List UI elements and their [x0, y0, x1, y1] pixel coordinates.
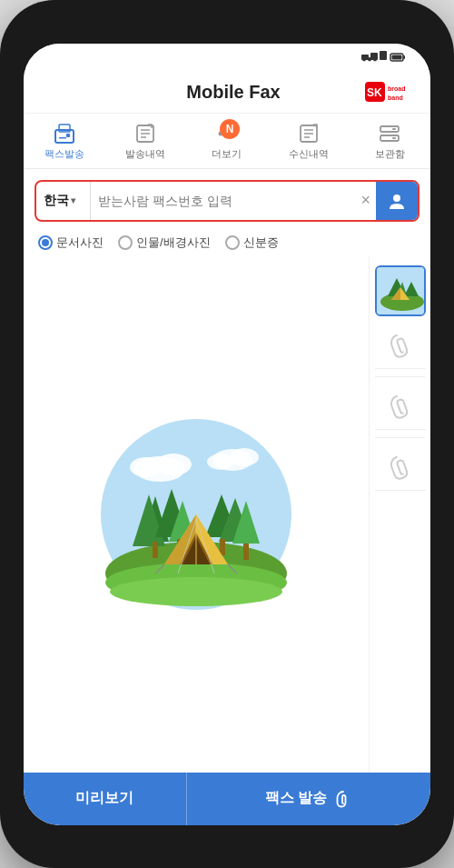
paperclip-icon-3	[386, 391, 413, 422]
content-area	[24, 256, 430, 773]
attachment-slot-4[interactable]	[375, 445, 426, 491]
tab-fax-send[interactable]: 팩스발송	[24, 119, 105, 168]
tab-storage[interactable]: 보관함	[349, 119, 430, 168]
radio-doc-photo-label: 문서사진	[56, 234, 104, 251]
radio-person-bg-circle	[118, 235, 133, 250]
tab-send-history[interactable]: 발송내역	[105, 119, 187, 168]
app-header: Mobile Fax SK broad band	[24, 71, 430, 114]
svg-rect-4	[403, 55, 405, 59]
paperclip-icon-4	[386, 452, 413, 483]
radio-id-card-label: 신분증	[243, 234, 279, 251]
svg-rect-5	[392, 55, 402, 59]
fax-send-icon	[52, 123, 77, 145]
sk-broadband-logo: SK broad band	[365, 76, 416, 109]
tab-storage-label: 보관함	[375, 147, 405, 161]
radio-person-bg-label: 인물/배경사진	[136, 234, 211, 251]
fax-number-input[interactable]	[91, 194, 355, 208]
country-code: 한국	[44, 193, 69, 209]
phone-screen: ●●● Mobile Fax SK broad band	[24, 44, 430, 825]
send-fax-button[interactable]: 팩스 발송	[187, 773, 430, 825]
bottom-bar: 미리보기 팩스 발송	[24, 773, 430, 825]
svg-point-36	[230, 448, 259, 466]
country-selector[interactable]: 한국 ▾	[36, 182, 91, 220]
send-paperclip-icon	[334, 790, 352, 808]
nav-tabs: 팩스발송 발송내역 N	[24, 114, 430, 169]
radio-id-card-circle	[225, 235, 240, 250]
radio-doc-photo[interactable]: 문서사진	[38, 234, 104, 251]
svg-text:broad: broad	[388, 85, 405, 92]
svg-point-37	[207, 454, 234, 470]
preview-button[interactable]: 미리보기	[24, 773, 187, 825]
tab-fax-send-label: 팩스발송	[44, 147, 84, 161]
paperclip-icon-2	[386, 330, 413, 361]
send-history-icon	[133, 123, 158, 145]
svg-point-60	[110, 577, 282, 606]
tab-more-label: 더보기	[212, 147, 242, 161]
camping-scene	[96, 414, 296, 614]
svg-rect-13	[66, 134, 70, 137]
scene-svg	[96, 414, 296, 614]
send-label: 팩스 발송	[265, 789, 327, 808]
doc-preview	[24, 256, 369, 773]
more-badge: N	[220, 119, 240, 139]
svg-text:SK: SK	[367, 86, 382, 99]
svg-point-30	[393, 195, 400, 202]
tab-receive-history[interactable]: 수신내역	[268, 119, 350, 168]
svg-point-34	[130, 457, 163, 477]
tab-send-history-label: 발송내역	[125, 147, 165, 161]
svg-text:●●●: ●●●	[361, 54, 378, 64]
fax-input-row: 한국 ▾ ×	[35, 180, 419, 222]
app-title: Mobile Fax	[102, 82, 365, 103]
clear-icon: ×	[360, 191, 370, 210]
radio-person-bg[interactable]: 인물/배경사진	[118, 234, 211, 251]
svg-rect-29	[392, 137, 396, 139]
svg-rect-28	[392, 128, 396, 130]
radio-options-row: 문서사진 인물/배경사진 신분증	[24, 229, 430, 256]
phone-shell: ●●● Mobile Fax SK broad band	[0, 0, 454, 868]
radio-doc-photo-circle	[38, 235, 53, 250]
clear-button[interactable]: ×	[355, 191, 376, 210]
attachment-thumbnail-1[interactable]	[375, 265, 426, 316]
chevron-down-icon: ▾	[71, 195, 75, 205]
attachment-slot-3[interactable]	[375, 384, 426, 430]
svg-rect-49	[243, 544, 249, 560]
storage-icon	[377, 123, 402, 145]
contact-button[interactable]	[376, 180, 418, 222]
contact-icon	[387, 191, 407, 211]
attachment-panel	[369, 256, 430, 773]
svg-rect-14	[59, 137, 66, 139]
radio-id-card[interactable]: 신분증	[225, 234, 279, 251]
logo-area: SK broad band	[365, 76, 416, 109]
receive-history-icon	[296, 123, 321, 145]
attachment-slot-2[interactable]	[375, 324, 426, 369]
preview-label: 미리보기	[75, 789, 133, 808]
svg-rect-2	[380, 51, 387, 60]
svg-rect-46	[153, 542, 158, 558]
svg-text:band: band	[388, 95, 403, 101]
tab-more[interactable]: N 더보기	[186, 119, 268, 168]
tab-receive-history-label: 수신내역	[289, 147, 329, 161]
status-bar: ●●●	[24, 44, 430, 71]
